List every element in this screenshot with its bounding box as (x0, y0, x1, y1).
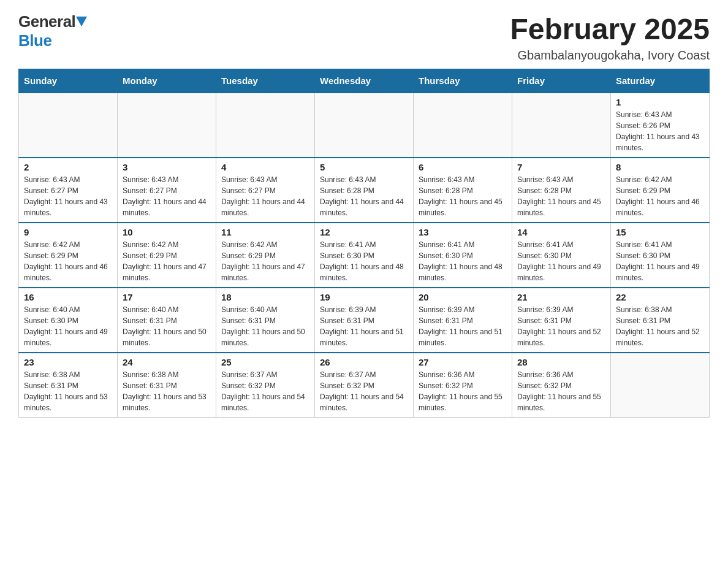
calendar-cell: 13Sunrise: 6:41 AM Sunset: 6:30 PM Dayli… (414, 223, 512, 288)
calendar-cell: 11Sunrise: 6:42 AM Sunset: 6:29 PM Dayli… (216, 223, 315, 288)
header-wednesday: Wednesday (315, 69, 414, 93)
calendar-cell: 22Sunrise: 6:38 AM Sunset: 6:31 PM Dayli… (611, 288, 710, 353)
header-tuesday: Tuesday (216, 69, 315, 93)
day-number: 13 (419, 227, 507, 237)
calendar-cell (611, 353, 710, 418)
day-info: Sunrise: 6:37 AM Sunset: 6:32 PM Dayligh… (320, 369, 408, 413)
day-number: 28 (517, 357, 605, 367)
calendar-cell: 4Sunrise: 6:43 AM Sunset: 6:27 PM Daylig… (216, 158, 315, 223)
day-number: 21 (517, 292, 605, 302)
header-monday: Monday (118, 69, 216, 93)
day-number: 5 (320, 162, 408, 172)
calendar-cell: 14Sunrise: 6:41 AM Sunset: 6:30 PM Dayli… (512, 223, 611, 288)
day-info: Sunrise: 6:42 AM Sunset: 6:29 PM Dayligh… (221, 239, 309, 283)
calendar-cell: 8Sunrise: 6:42 AM Sunset: 6:29 PM Daylig… (611, 158, 710, 223)
day-info: Sunrise: 6:39 AM Sunset: 6:31 PM Dayligh… (419, 304, 507, 348)
day-number: 4 (221, 162, 309, 172)
day-number: 11 (221, 227, 309, 237)
day-number: 18 (221, 292, 309, 302)
day-number: 9 (24, 227, 112, 237)
header-thursday: Thursday (414, 69, 512, 93)
day-info: Sunrise: 6:40 AM Sunset: 6:31 PM Dayligh… (221, 304, 309, 348)
day-number: 17 (123, 292, 211, 302)
day-number: 10 (123, 227, 211, 237)
day-info: Sunrise: 6:38 AM Sunset: 6:31 PM Dayligh… (616, 304, 704, 348)
day-info: Sunrise: 6:41 AM Sunset: 6:30 PM Dayligh… (419, 239, 507, 283)
day-number: 22 (616, 292, 704, 302)
calendar-cell (414, 93, 512, 158)
calendar-cell: 23Sunrise: 6:38 AM Sunset: 6:31 PM Dayli… (19, 353, 118, 418)
day-info: Sunrise: 6:43 AM Sunset: 6:28 PM Dayligh… (517, 174, 605, 218)
calendar-cell (315, 93, 414, 158)
day-number: 24 (123, 357, 211, 367)
day-info: Sunrise: 6:37 AM Sunset: 6:32 PM Dayligh… (221, 369, 309, 413)
day-number: 3 (123, 162, 211, 172)
header-saturday: Saturday (611, 69, 710, 93)
day-number: 19 (320, 292, 408, 302)
header-friday: Friday (512, 69, 611, 93)
calendar-cell: 26Sunrise: 6:37 AM Sunset: 6:32 PM Dayli… (315, 353, 414, 418)
day-number: 8 (616, 162, 704, 172)
logo-blue-text: Blue (18, 31, 51, 50)
calendar-table: Sunday Monday Tuesday Wednesday Thursday… (18, 69, 710, 418)
day-info: Sunrise: 6:36 AM Sunset: 6:32 PM Dayligh… (419, 369, 507, 413)
day-info: Sunrise: 6:38 AM Sunset: 6:31 PM Dayligh… (24, 369, 112, 413)
month-title: February 2025 (510, 12, 710, 46)
calendar-cell: 9Sunrise: 6:42 AM Sunset: 6:29 PM Daylig… (19, 223, 118, 288)
day-info: Sunrise: 6:41 AM Sunset: 6:30 PM Dayligh… (517, 239, 605, 283)
logo-triangle-icon (76, 17, 87, 28)
day-info: Sunrise: 6:42 AM Sunset: 6:29 PM Dayligh… (24, 239, 112, 283)
day-info: Sunrise: 6:43 AM Sunset: 6:26 PM Dayligh… (616, 109, 704, 153)
location-subtitle: Gbambalanyougokaha, Ivory Coast (510, 48, 710, 63)
day-number: 2 (24, 162, 112, 172)
day-info: Sunrise: 6:43 AM Sunset: 6:28 PM Dayligh… (320, 174, 408, 218)
day-info: Sunrise: 6:43 AM Sunset: 6:27 PM Dayligh… (221, 174, 309, 218)
svg-marker-0 (76, 17, 87, 26)
day-info: Sunrise: 6:36 AM Sunset: 6:32 PM Dayligh… (517, 369, 605, 413)
calendar-cell (512, 93, 611, 158)
calendar-cell: 5Sunrise: 6:43 AM Sunset: 6:28 PM Daylig… (315, 158, 414, 223)
calendar-cell: 12Sunrise: 6:41 AM Sunset: 6:30 PM Dayli… (315, 223, 414, 288)
day-number: 15 (616, 227, 704, 237)
day-number: 26 (320, 357, 408, 367)
calendar-cell: 1Sunrise: 6:43 AM Sunset: 6:26 PM Daylig… (611, 93, 710, 158)
header-sunday: Sunday (19, 69, 118, 93)
day-number: 6 (419, 162, 507, 172)
day-info: Sunrise: 6:43 AM Sunset: 6:27 PM Dayligh… (24, 174, 112, 218)
calendar-cell: 18Sunrise: 6:40 AM Sunset: 6:31 PM Dayli… (216, 288, 315, 353)
day-info: Sunrise: 6:41 AM Sunset: 6:30 PM Dayligh… (616, 239, 704, 283)
calendar-cell: 24Sunrise: 6:38 AM Sunset: 6:31 PM Dayli… (118, 353, 216, 418)
calendar-cell: 2Sunrise: 6:43 AM Sunset: 6:27 PM Daylig… (19, 158, 118, 223)
calendar-week-row: 16Sunrise: 6:40 AM Sunset: 6:30 PM Dayli… (19, 288, 710, 353)
day-info: Sunrise: 6:38 AM Sunset: 6:31 PM Dayligh… (123, 369, 211, 413)
day-number: 16 (24, 292, 112, 302)
day-number: 23 (24, 357, 112, 367)
calendar-cell (19, 93, 118, 158)
day-info: Sunrise: 6:39 AM Sunset: 6:31 PM Dayligh… (320, 304, 408, 348)
calendar-cell: 20Sunrise: 6:39 AM Sunset: 6:31 PM Dayli… (414, 288, 512, 353)
calendar-cell: 19Sunrise: 6:39 AM Sunset: 6:31 PM Dayli… (315, 288, 414, 353)
calendar-cell: 15Sunrise: 6:41 AM Sunset: 6:30 PM Dayli… (611, 223, 710, 288)
calendar-cell (118, 93, 216, 158)
calendar-week-row: 9Sunrise: 6:42 AM Sunset: 6:29 PM Daylig… (19, 223, 710, 288)
calendar-cell: 3Sunrise: 6:43 AM Sunset: 6:27 PM Daylig… (118, 158, 216, 223)
logo-general-text: General (18, 12, 75, 31)
calendar-week-row: 1Sunrise: 6:43 AM Sunset: 6:26 PM Daylig… (19, 93, 710, 158)
day-info: Sunrise: 6:40 AM Sunset: 6:30 PM Dayligh… (24, 304, 112, 348)
day-info: Sunrise: 6:41 AM Sunset: 6:30 PM Dayligh… (320, 239, 408, 283)
page-header: General Blue February 2025 Gbambalanyoug… (18, 12, 710, 63)
calendar-cell: 21Sunrise: 6:39 AM Sunset: 6:31 PM Dayli… (512, 288, 611, 353)
day-number: 1 (616, 97, 704, 107)
calendar-cell: 7Sunrise: 6:43 AM Sunset: 6:28 PM Daylig… (512, 158, 611, 223)
day-info: Sunrise: 6:42 AM Sunset: 6:29 PM Dayligh… (123, 239, 211, 283)
logo: General Blue (18, 12, 87, 50)
day-info: Sunrise: 6:43 AM Sunset: 6:28 PM Dayligh… (419, 174, 507, 218)
day-number: 25 (221, 357, 309, 367)
calendar-header-row: Sunday Monday Tuesday Wednesday Thursday… (19, 69, 710, 93)
day-info: Sunrise: 6:43 AM Sunset: 6:27 PM Dayligh… (123, 174, 211, 218)
calendar-week-row: 23Sunrise: 6:38 AM Sunset: 6:31 PM Dayli… (19, 353, 710, 418)
calendar-cell: 28Sunrise: 6:36 AM Sunset: 6:32 PM Dayli… (512, 353, 611, 418)
day-info: Sunrise: 6:42 AM Sunset: 6:29 PM Dayligh… (616, 174, 704, 218)
calendar-cell: 10Sunrise: 6:42 AM Sunset: 6:29 PM Dayli… (118, 223, 216, 288)
calendar-week-row: 2Sunrise: 6:43 AM Sunset: 6:27 PM Daylig… (19, 158, 710, 223)
